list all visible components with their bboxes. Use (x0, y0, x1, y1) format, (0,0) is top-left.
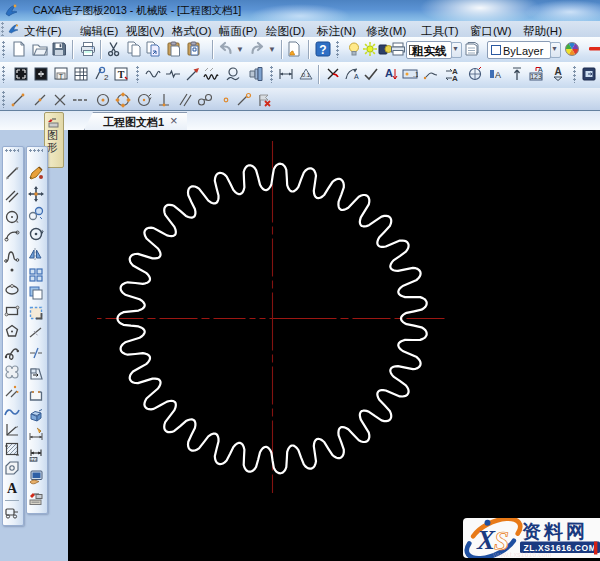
svg-text:A: A (7, 481, 18, 496)
svg-text:123: 123 (30, 457, 38, 462)
svg-text:T: T (118, 69, 125, 80)
svg-text:A: A (554, 66, 561, 77)
svg-text:0.1: 0.1 (302, 72, 311, 78)
svg-text:A: A (538, 66, 543, 73)
svg-text:A: A (452, 74, 458, 82)
svg-text:?: ? (319, 43, 326, 57)
svg-text:www.t.xs1616.com: www.t.xs1616.com (492, 551, 552, 558)
svg-text:.1: .1 (413, 71, 418, 78)
svg-text:A: A (354, 73, 359, 80)
svg-text:A: A (495, 70, 501, 80)
svg-text:T: T (59, 73, 64, 80)
svg-text:资料网: 资料网 (522, 521, 588, 542)
svg-text:A: A (385, 67, 393, 79)
svg-text:123: 123 (530, 73, 542, 80)
svg-text:2: 2 (104, 73, 109, 82)
